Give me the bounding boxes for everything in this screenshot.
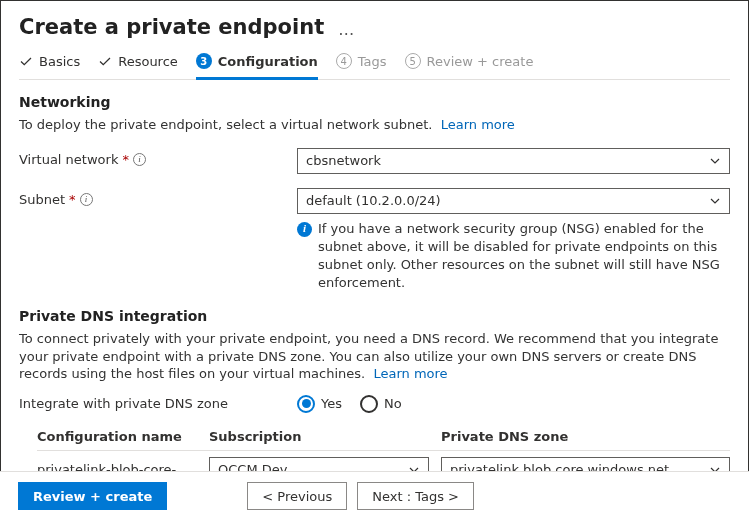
step-number-badge: 5 (405, 53, 421, 69)
networking-description: To deploy the private endpoint, select a… (19, 117, 432, 132)
vnet-label: Virtual network (19, 152, 118, 167)
info-icon[interactable]: i (80, 193, 93, 206)
step-number-badge: 3 (196, 53, 212, 69)
tab-review[interactable]: 5 Review + create (405, 53, 534, 80)
chevron-down-icon (709, 155, 721, 167)
subnet-select[interactable]: default (10.2.0.0/24) (297, 188, 730, 214)
info-icon: i (297, 222, 312, 237)
radio-no[interactable]: No (360, 395, 402, 413)
tab-resource[interactable]: Resource (98, 53, 178, 80)
tab-configuration[interactable]: 3 Configuration (196, 53, 318, 80)
check-icon (19, 54, 33, 68)
required-marker: * (122, 152, 129, 167)
vnet-value: cbsnetwork (306, 153, 381, 168)
wizard-footer: Review + create < Previous Next : Tags > (0, 471, 749, 520)
review-create-button[interactable]: Review + create (18, 482, 167, 510)
tab-label: Basics (39, 54, 80, 69)
more-actions-button[interactable]: … (338, 20, 354, 39)
subnet-note: If you have a network security group (NS… (318, 220, 730, 293)
col-dns-zone: Private DNS zone (441, 429, 730, 444)
dns-heading: Private DNS integration (19, 308, 730, 324)
radio-yes[interactable]: Yes (297, 395, 342, 413)
vnet-select[interactable]: cbsnetwork (297, 148, 730, 174)
tab-label: Resource (118, 54, 178, 69)
wizard-stepper: Basics Resource 3 Configuration 4 Tags 5… (19, 53, 730, 80)
radio-yes-label: Yes (321, 396, 342, 411)
previous-button[interactable]: < Previous (247, 482, 347, 510)
step-number-badge: 4 (336, 53, 352, 69)
next-button[interactable]: Next : Tags > (357, 482, 474, 510)
tab-basics[interactable]: Basics (19, 53, 80, 80)
dns-learn-more-link[interactable]: Learn more (373, 366, 447, 381)
col-subscription: Subscription (209, 429, 441, 444)
chevron-down-icon (709, 195, 721, 207)
tab-tags[interactable]: 4 Tags (336, 53, 387, 80)
tab-label: Configuration (218, 54, 318, 69)
tab-label: Review + create (427, 54, 534, 69)
tab-label: Tags (358, 54, 387, 69)
subnet-label: Subnet (19, 192, 65, 207)
col-config-name: Configuration name (37, 429, 209, 444)
required-marker: * (69, 192, 76, 207)
radio-no-label: No (384, 396, 402, 411)
subnet-value: default (10.2.0.0/24) (306, 193, 441, 208)
networking-learn-more-link[interactable]: Learn more (441, 117, 515, 132)
radio-icon (297, 395, 315, 413)
networking-heading: Networking (19, 94, 730, 110)
dns-description: To connect privately with your private e… (19, 331, 718, 381)
check-icon (98, 54, 112, 68)
integrate-label: Integrate with private DNS zone (19, 396, 297, 411)
radio-icon (360, 395, 378, 413)
info-icon[interactable]: i (133, 153, 146, 166)
page-title: Create a private endpoint (19, 15, 324, 39)
